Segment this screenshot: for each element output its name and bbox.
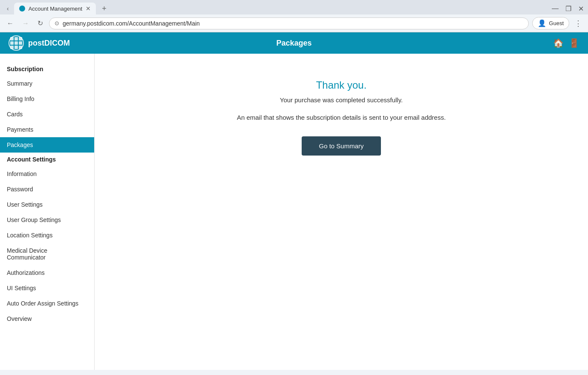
sidebar-item-ui-settings[interactable]: UI Settings — [0, 280, 94, 296]
account-circle-icon: 👤 — [538, 19, 546, 27]
app-logo: postDICOM — [9, 35, 70, 51]
sidebar-item-auto-order-assign[interactable]: Auto Order Assign Settings — [0, 296, 94, 311]
subscription-section-title: Subscription — [0, 62, 94, 76]
sidebar-item-authorizations[interactable]: Authorizations — [0, 265, 94, 280]
guest-button[interactable]: 👤 Guest — [532, 17, 569, 29]
sidebar-item-cards[interactable]: Cards — [0, 107, 94, 122]
window-restore-button[interactable]: ❐ — [565, 5, 571, 13]
sidebar-item-overview[interactable]: Overview — [0, 311, 94, 326]
success-panel: Thank you. Your purchase was completed s… — [192, 79, 490, 156]
logo-icon — [9, 35, 24, 51]
new-tab-button[interactable]: + — [98, 4, 110, 13]
tab-favicon — [19, 6, 25, 12]
sidebar: Subscription Summary Billing Info Cards … — [0, 54, 95, 370]
guest-label: Guest — [549, 20, 564, 26]
sidebar-item-location-settings[interactable]: Location Settings — [0, 228, 94, 243]
window-minimize-button[interactable]: — — [552, 5, 559, 12]
window-close-button[interactable]: ✕ — [578, 5, 584, 13]
lock-icon: ⊙ — [55, 20, 59, 26]
home-icon[interactable]: 🏠 — [553, 38, 564, 48]
main-content: Thank you. Your purchase was completed s… — [95, 54, 588, 370]
email-notification-message: An email that shows the subscription det… — [192, 114, 490, 121]
sidebar-item-user-settings[interactable]: User Settings — [0, 197, 94, 212]
logout-icon[interactable]: 🚪 — [569, 38, 579, 48]
app-header: postDICOM Packages 🏠 🚪 — [0, 32, 588, 54]
logo-text: postDICOM — [28, 39, 70, 48]
address-text: germany.postdicom.com/AccountManagement/… — [63, 20, 523, 27]
more-options-icon[interactable]: ⋮ — [573, 19, 584, 28]
go-to-summary-button[interactable]: Go to Summary — [302, 136, 380, 156]
forward-button[interactable]: → — [20, 18, 32, 29]
tab-close-icon[interactable]: ✕ — [86, 5, 91, 12]
back-button[interactable]: ← — [4, 18, 16, 29]
tab-title: Account Management — [29, 6, 82, 12]
thank-you-heading: Thank you. — [192, 79, 490, 91]
sidebar-item-billing-info[interactable]: Billing Info — [0, 91, 94, 107]
sidebar-item-payments[interactable]: Payments — [0, 122, 94, 137]
refresh-button[interactable]: ↻ — [35, 17, 46, 29]
account-settings-section-title: Account Settings — [0, 153, 94, 166]
purchase-success-message: Your purchase was completed successfully… — [192, 96, 490, 104]
sidebar-item-packages[interactable]: Packages — [0, 137, 94, 153]
sidebar-item-user-group-settings[interactable]: User Group Settings — [0, 212, 94, 228]
sidebar-item-summary[interactable]: Summary — [0, 76, 94, 91]
sidebar-item-password[interactable]: Password — [0, 182, 94, 197]
tab-nav-prev[interactable]: ‹ — [4, 4, 12, 13]
sidebar-item-information[interactable]: Information — [0, 166, 94, 182]
page-title: Packages — [276, 39, 311, 48]
sidebar-item-medical-device[interactable]: Medical Device Communicator — [0, 243, 94, 265]
